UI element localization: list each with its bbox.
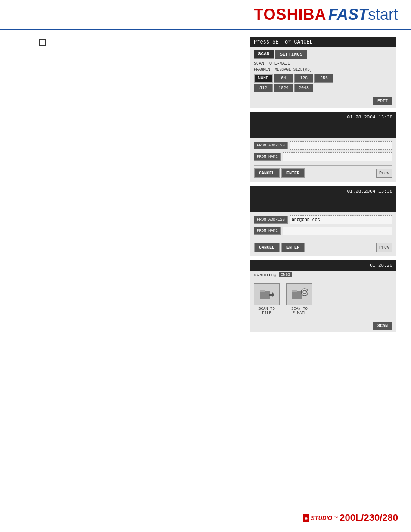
size-64-btn[interactable]: 64: [274, 74, 293, 83]
footer-model: 200L/230/280: [339, 512, 398, 523]
scan-button[interactable]: SCAN: [373, 322, 392, 330]
panel3-header: 01.28.2004 13:38: [250, 186, 396, 212]
brand-start: start: [368, 6, 398, 24]
panel2-datetime: 01.28.2004 13:38: [347, 115, 392, 120]
panel4-scanning-row: scanning INGS: [250, 271, 396, 279]
panel3-cancel-btn[interactable]: CANCEL: [254, 243, 280, 252]
panel3-from-name-row: FROM NAME: [254, 227, 392, 235]
scan-to-email-box[interactable]: SCAN TOE-MAIL: [286, 283, 312, 315]
ings-badge: INGS: [279, 272, 292, 277]
svg-rect-0: [260, 291, 270, 299]
svg-rect-5: [292, 290, 297, 292]
panel4-footer: SCAN: [250, 320, 396, 332]
panel2-form-body: FROM ADDRESS FROM NAME CANCEL ENTER Prev: [250, 138, 396, 182]
panel2-from-address-input[interactable]: [290, 141, 392, 150]
brand-fast: FAST: [328, 6, 368, 24]
scan-to-email-label: SCAN TOE-MAIL: [291, 307, 308, 315]
panel3-from-address-row: FROM ADDRESS: [254, 215, 392, 224]
footer: eSTUDIO™ 200L/230/280: [303, 512, 398, 523]
panel2-enter-btn[interactable]: ENTER: [281, 168, 305, 178]
panel2-from-name-row: FROM NAME: [254, 152, 392, 161]
svg-rect-1: [260, 290, 265, 292]
size-grid: NONE 64 128 256 512 1024 2048: [254, 74, 392, 92]
panel3-from-name-btn[interactable]: FROM NAME: [254, 227, 281, 235]
panel2-from-address-btn[interactable]: FROM ADDRESS: [254, 142, 288, 149]
size-128-btn[interactable]: 128: [294, 74, 313, 83]
size-row-2: 512 1024 2048: [254, 84, 392, 92]
panel1-header: Press SET or CANCEL.: [250, 37, 396, 47]
brand-toshiba: TOSHIBA: [254, 6, 326, 24]
panel4-header: 01.28.20: [250, 260, 396, 271]
scan-to-email-label: SCAN TO E-MAIL: [254, 61, 392, 66]
scan-to-file-svg: [257, 286, 276, 302]
scan-to-file-box[interactable]: SCAN TOFILE: [254, 283, 280, 315]
size-2048-btn[interactable]: 2048: [294, 84, 313, 92]
right-panel: Press SET or CANCEL. SCAN SETTINGS SCAN …: [250, 37, 396, 332]
panel3-form-body: FROM ADDRESS FROM NAME CANCEL ENTER Prev: [250, 212, 396, 256]
panel3-enter-btn[interactable]: ENTER: [281, 243, 305, 252]
panel-from-filled: 01.28.2004 13:38 FROM ADDRESS FROM NAME …: [250, 186, 396, 256]
panel3-from-name-input[interactable]: [283, 227, 392, 235]
size-row-1: NONE 64 128 256: [254, 74, 392, 83]
panel2-cancel-btn[interactable]: CANCEL: [254, 168, 280, 178]
panel2-from-address-row: FROM ADDRESS: [254, 141, 392, 150]
panel-scanning: 01.28.20 scanning INGS SCAN: [250, 260, 396, 332]
panel3-prev-btn[interactable]: Prev: [376, 243, 392, 252]
tab-scan-btn[interactable]: SCAN: [254, 50, 274, 59]
panel2-prev-btn[interactable]: Prev: [376, 169, 392, 178]
panel2-footer-btns: CANCEL ENTER Prev: [254, 165, 392, 178]
panel2-from-name-input[interactable]: [283, 152, 392, 161]
footer-tm: ™: [334, 516, 338, 520]
fragment-label: FRAGMENT MESSAGE SIZE(KB): [254, 68, 392, 72]
checkbox-square: [39, 39, 46, 46]
panel2-header: 01.28.2004 13:38: [250, 112, 396, 138]
panel-from-empty: 01.28.2004 13:38 FROM ADDRESS FROM NAME …: [250, 112, 396, 182]
footer-studio-label: STUDIO: [311, 515, 332, 521]
panel4-datetime: 01.28.20: [370, 263, 392, 268]
panel3-from-address-input[interactable]: [290, 215, 392, 224]
size-none-btn[interactable]: NONE: [254, 74, 273, 83]
scan-to-email-svg: [290, 286, 309, 302]
panel3-footer-btns: CANCEL ENTER Prev: [254, 240, 392, 252]
svg-rect-3: [269, 294, 273, 296]
size-256-btn[interactable]: 256: [314, 74, 333, 83]
panel3-from-address-btn[interactable]: FROM ADDRESS: [254, 216, 288, 224]
footer-e-label: e: [303, 514, 309, 522]
header: TOSHIBA FASTstart: [0, 0, 411, 30]
tab-settings-btn[interactable]: SETTINGS: [275, 50, 307, 59]
size-1024-btn[interactable]: 1024: [274, 84, 293, 92]
panel2-from-name-btn[interactable]: FROM NAME: [254, 153, 281, 161]
svg-rect-4: [292, 291, 302, 299]
panel3-datetime: 01.28.2004 13:38: [347, 189, 392, 194]
panel1-tabs: SCAN SETTINGS: [254, 50, 392, 59]
panel-fragment: Press SET or CANCEL. SCAN SETTINGS SCAN …: [250, 37, 396, 108]
panel4-icons-body: SCAN TOFILE SCAN TOE-MAIL: [250, 279, 396, 320]
scan-to-file-icon: [254, 283, 280, 305]
edit-button[interactable]: EDIT: [373, 97, 392, 105]
panel1-footer: EDIT: [254, 95, 392, 105]
scan-to-file-label: SCAN TOFILE: [258, 307, 275, 315]
size-512-btn[interactable]: 512: [254, 84, 273, 92]
panel1-body: SCAN SETTINGS SCAN TO E-MAIL FRAGMENT ME…: [250, 47, 396, 108]
scanning-label: scanning: [254, 272, 277, 277]
scan-to-email-icon: [286, 283, 312, 305]
